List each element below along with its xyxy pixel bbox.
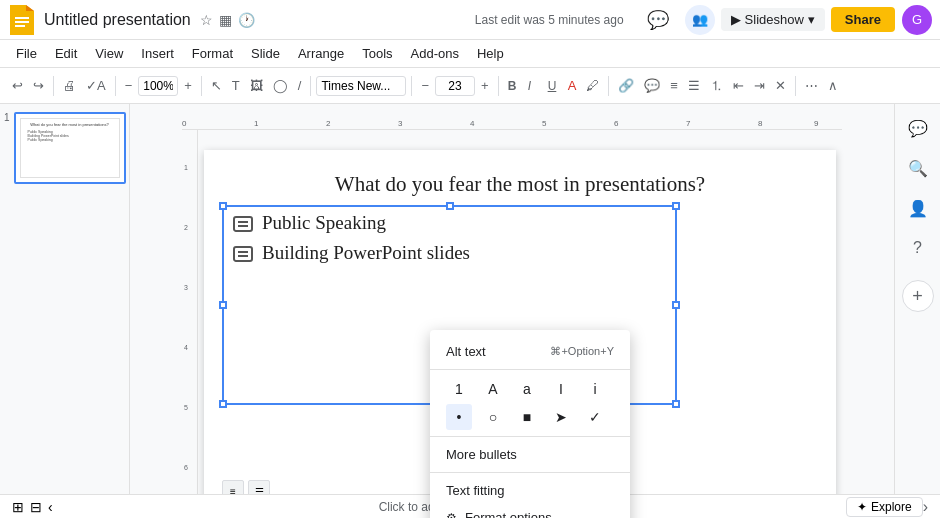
bullet-check[interactable]: ✓ (582, 404, 608, 430)
font-size-input[interactable] (435, 76, 475, 96)
bullet-arrow[interactable]: ➤ (548, 404, 574, 430)
resize-handle-br[interactable] (672, 400, 680, 408)
print-button[interactable]: 🖨 (59, 76, 80, 95)
ctx-text-fitting[interactable]: Text fitting (430, 477, 630, 504)
slideshow-button[interactable]: ▶ Slideshow ▾ (721, 8, 825, 31)
textbox-button[interactable]: T (228, 76, 244, 95)
resize-handle-tl[interactable] (219, 202, 227, 210)
right-panel-btn-2[interactable]: 👤 (902, 192, 934, 224)
share-button[interactable]: Share (831, 7, 895, 32)
ctx-more-bullets[interactable]: More bullets (430, 441, 630, 468)
menu-addons[interactable]: Add-ons (403, 44, 467, 63)
right-panel-btn-explore[interactable]: 💬 (902, 112, 934, 144)
right-panel-btn-1[interactable]: 🔍 (902, 152, 934, 184)
resize-handle-ml[interactable] (219, 301, 227, 309)
image-button[interactable]: 🖼 (246, 76, 267, 95)
menu-arrange[interactable]: Arrange (290, 44, 352, 63)
collapse-panel-button[interactable]: ‹ (48, 499, 53, 515)
grid-view-2-button[interactable]: ⊟ (30, 499, 42, 515)
svg-text:5: 5 (184, 404, 188, 411)
menu-insert[interactable]: Insert (133, 44, 182, 63)
undo-button[interactable]: ↩ (8, 76, 27, 95)
highlight-button[interactable]: 🖊 (582, 76, 603, 95)
menu-view[interactable]: View (87, 44, 131, 63)
indent-increase-button[interactable]: ⇥ (750, 76, 769, 95)
collapse-button[interactable]: ∧ (824, 76, 842, 95)
text-color-button[interactable]: A (564, 76, 581, 95)
history-icon[interactable]: 🕐 (238, 12, 255, 28)
toolbar-sep-6 (498, 76, 499, 96)
font-size-decrease-button[interactable]: − (417, 76, 433, 95)
zoom-input[interactable] (138, 76, 178, 96)
menu-bar: File Edit View Insert Format Slide Arran… (0, 40, 940, 68)
bullet-circle[interactable]: ○ (480, 404, 506, 430)
menu-edit[interactable]: Edit (47, 44, 85, 63)
svg-text:5: 5 (542, 119, 547, 128)
horizontal-ruler: 0 1 2 3 4 5 6 7 8 9 (182, 114, 842, 130)
more-button[interactable]: ⋯ (801, 76, 822, 95)
context-menu: Alt text ⌘+Option+Y 1 A a I i • ○ ■ (430, 330, 630, 518)
menu-format[interactable]: Format (184, 44, 241, 63)
linespacing-button[interactable]: ≡ (666, 76, 682, 95)
toolbar-sep-1 (53, 76, 54, 96)
bullet-square[interactable]: ■ (514, 404, 540, 430)
bullet-I[interactable]: I (548, 376, 574, 402)
ctx-format-options[interactable]: ⚙ Format options (430, 504, 630, 518)
drive-icon[interactable]: ▦ (219, 12, 232, 28)
cursor-button[interactable]: ↖ (207, 76, 226, 95)
zoom-out-button[interactable]: − (121, 76, 137, 95)
slide-thumbnail-1[interactable]: What do you fear the most in presentatio… (14, 112, 126, 184)
indent-decrease-button[interactable]: ⇤ (729, 76, 748, 95)
avatar[interactable]: G (902, 5, 932, 35)
menu-help[interactable]: Help (469, 44, 512, 63)
bullet-i[interactable]: i (582, 376, 608, 402)
ctx-section-alttext: Alt text ⌘+Option+Y (430, 334, 630, 370)
link-button[interactable]: 🔗 (614, 76, 638, 95)
svg-text:3: 3 (398, 119, 403, 128)
zoom-in-button[interactable]: + (180, 76, 196, 95)
bullet-1[interactable]: 1 (446, 376, 472, 402)
explore-button[interactable]: ✦ Explore (846, 497, 923, 517)
svg-text:2: 2 (326, 119, 331, 128)
resize-handle-tr[interactable] (672, 202, 680, 210)
shapes-button[interactable]: ◯ (269, 76, 292, 95)
right-panel-btn-3[interactable]: ? (902, 232, 934, 264)
right-panel-add-button[interactable]: + (902, 280, 934, 312)
redo-button[interactable]: ↪ (29, 76, 48, 95)
menu-tools[interactable]: Tools (354, 44, 400, 63)
bullet-icon-2 (232, 242, 254, 264)
clear-format-button[interactable]: ✕ (771, 76, 790, 95)
resize-handle-tm[interactable] (446, 202, 454, 210)
right-panel: 💬 🔍 👤 ? + (894, 104, 940, 518)
resize-handle-mr[interactable] (672, 301, 680, 309)
bullet-a[interactable]: a (514, 376, 540, 402)
collaborate-button[interactable]: 👥 (685, 5, 715, 35)
bullets-button[interactable]: ☰ (684, 76, 704, 95)
bullet-A[interactable]: A (480, 376, 506, 402)
numbering-button[interactable]: ⒈ (706, 75, 727, 97)
star-icon[interactable]: ☆ (200, 12, 213, 28)
line-button[interactable]: / (294, 76, 306, 95)
list-item-1: Public Speaking (232, 212, 672, 234)
menu-file[interactable]: File (8, 44, 45, 63)
underline-button[interactable]: U (544, 77, 562, 95)
toolbar-sep-4 (310, 76, 311, 96)
italic-button[interactable]: I (524, 77, 542, 95)
font-size-increase-button[interactable]: + (477, 76, 493, 95)
grid-view-1-button[interactable]: ⊞ (12, 499, 24, 515)
list-item-1-text: Public Speaking (262, 212, 386, 234)
bullet-dot[interactable]: • (446, 404, 472, 430)
expand-button[interactable]: › (923, 498, 928, 516)
bold-button[interactable]: B (504, 77, 522, 95)
resize-handle-bl[interactable] (219, 400, 227, 408)
font-selector[interactable] (316, 76, 406, 96)
spellcheck-button[interactable]: ✓A (82, 76, 110, 95)
ctx-alt-text[interactable]: Alt text ⌘+Option+Y (430, 338, 630, 365)
toolbar-sep-2 (115, 76, 116, 96)
explore-label: Explore (871, 500, 912, 514)
menu-slide[interactable]: Slide (243, 44, 288, 63)
explore-icon: ✦ (857, 500, 867, 514)
slideshow-dropdown-icon: ▾ (808, 12, 815, 27)
comment-inline-button[interactable]: 💬 (640, 76, 664, 95)
comments-button[interactable]: 💬 (637, 5, 679, 35)
